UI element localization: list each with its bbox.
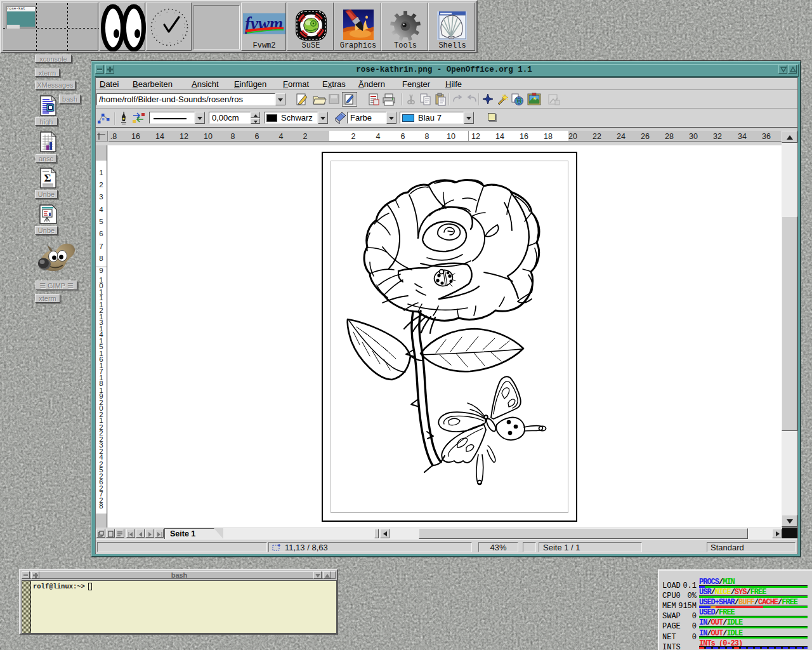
svg-text:Σ: Σ [44,172,51,184]
